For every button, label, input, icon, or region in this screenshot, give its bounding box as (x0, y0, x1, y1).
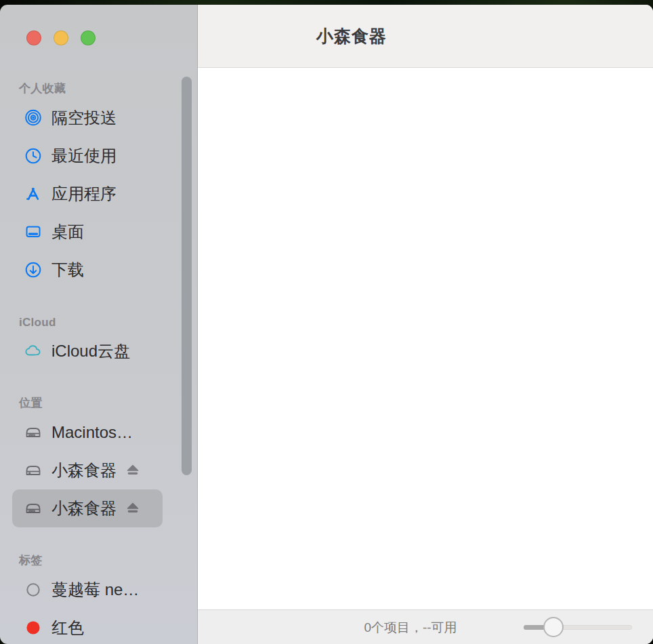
sidebar-item-desktop[interactable]: 桌面 (12, 213, 163, 251)
zoom-button[interactable] (81, 31, 96, 45)
finder-window: 个人收藏 隔空投送 (0, 5, 653, 644)
download-icon (23, 260, 43, 280)
sidebar-item-tag-cranberry[interactable]: 蔓越莓 ne… (12, 571, 163, 609)
sidebar-section-icloud: iCloud (19, 310, 189, 329)
icon-size-slider[interactable] (524, 610, 632, 644)
cloud-icon (23, 341, 43, 361)
airdrop-icon (23, 108, 43, 128)
tag-red-icon (23, 618, 43, 638)
toolbar: 小森食器 (198, 5, 653, 68)
close-button[interactable] (26, 31, 41, 45)
sidebar-section-favorites: 个人收藏 (19, 77, 189, 96)
sidebar-section-locations: 位置 (19, 392, 189, 411)
sidebar-item-disk-xiaosenshiqi[interactable]: 小森食器 (12, 451, 163, 489)
sidebar-list: 个人收藏 隔空投送 (0, 77, 197, 644)
file-list-area (198, 68, 653, 609)
sidebar-item-label: 小森食器 (51, 460, 117, 481)
sidebar-item-tag-red[interactable]: 红色 (12, 609, 163, 644)
internal-drive-icon (23, 422, 43, 443)
sidebar-item-disk-xiaosenshiqi-selected[interactable]: 小森食器 (12, 489, 163, 527)
status-bar: 0个项目，--可用 (198, 609, 653, 644)
sidebar-item-label: 下载 (51, 259, 84, 281)
sidebar-item-macintosh-hd[interactable]: Macintos… (12, 414, 163, 451)
eject-icon[interactable] (125, 500, 141, 517)
sidebar-item-label: iCloud云盘 (51, 340, 130, 362)
minimize-button[interactable] (54, 31, 68, 45)
sidebar-item-label: 小森食器 (51, 498, 117, 519)
slider-knob[interactable] (543, 617, 564, 637)
sidebar: 个人收藏 隔空投送 (0, 5, 198, 644)
clock-icon (23, 146, 43, 166)
sidebar-item-label: Macintos… (51, 423, 133, 442)
forward-button[interactable] (276, 28, 293, 47)
window-title: 小森食器 (316, 5, 387, 68)
desktop-icon (23, 222, 43, 242)
sidebar-section-tags: 标签 (19, 549, 189, 568)
app-store-icon (23, 184, 43, 204)
sidebar-item-icloud-drive[interactable]: iCloud云盘 (12, 332, 163, 370)
eject-icon[interactable] (125, 462, 141, 479)
toolbar-overflow-button[interactable] (562, 31, 584, 47)
sidebar-item-recents[interactable]: 最近使用 (12, 137, 163, 175)
sidebar-item-airdrop[interactable]: 隔空投送 (12, 99, 163, 137)
back-button[interactable] (228, 28, 244, 47)
sidebar-scrollbar[interactable] (182, 77, 192, 475)
tag-outline-icon (23, 580, 43, 600)
traffic-lights (26, 31, 96, 45)
content-column: 小森食器 0个项目，--可用 (198, 5, 653, 644)
sidebar-item-downloads[interactable]: 下载 (12, 251, 163, 289)
sidebar-item-label: 蔓越莓 ne… (51, 579, 139, 601)
search-button[interactable] (604, 28, 627, 52)
sidebar-item-label: 红色 (51, 617, 84, 639)
external-drive-icon (23, 460, 43, 481)
sidebar-item-label: 隔空投送 (51, 107, 117, 129)
sidebar-item-label: 最近使用 (51, 145, 117, 167)
sidebar-item-label: 桌面 (51, 221, 84, 243)
sidebar-item-label: 应用程序 (51, 183, 117, 205)
internal-drive-icon (23, 498, 43, 519)
sidebar-item-applications[interactable]: 应用程序 (12, 175, 163, 213)
